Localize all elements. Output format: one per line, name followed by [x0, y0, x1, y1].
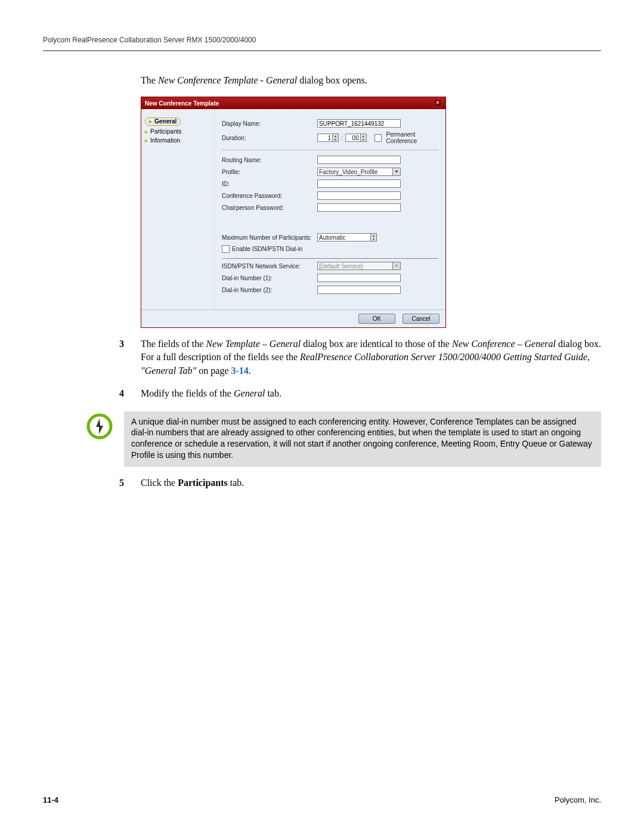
footer-company: Polycom, Inc. — [555, 795, 601, 804]
running-header: Polycom RealPresence Collaboration Serve… — [43, 36, 601, 51]
new-conference-template-dialog: New Conference Template × ▸General ▸Part… — [141, 97, 446, 328]
label-duration: Duration: — [222, 135, 317, 141]
conference-password-input[interactable] — [317, 191, 401, 200]
ok-button[interactable]: OK — [358, 314, 395, 324]
step-3: 3 The fields of the New Template – Gener… — [119, 337, 601, 377]
dialog-form: Display Name: Duration: 1▲▼ : 00▲▼ Perma… — [215, 109, 445, 309]
label-conf-password: Conference Password: — [222, 193, 317, 199]
label-permanent: Permanent Conference — [386, 131, 438, 144]
page-ref-link[interactable]: 3-14 — [231, 366, 249, 376]
note-row: A unique dial-in number must be assigned… — [86, 411, 601, 467]
label-dialin-1: Dial-in Number (1): — [222, 275, 317, 281]
label-dialin-2: Dial-in Number (2): — [222, 287, 317, 293]
dialin-2-input[interactable] — [317, 286, 401, 294]
sidebar-item-participants[interactable]: ▸Participants — [145, 127, 210, 136]
sidebar-item-information[interactable]: ▸Information — [145, 136, 210, 145]
label-profile: Profile: — [222, 169, 317, 175]
label-display-name: Display Name: — [222, 120, 317, 127]
duration-minutes-stepper[interactable]: 00▲▼ — [345, 134, 367, 142]
dialog-sidebar: ▸General ▸Participants ▸Information — [141, 109, 215, 309]
isdn-service-select: [Default Service]▼ — [317, 262, 401, 270]
duration-hours-stepper[interactable]: 1▲▼ — [317, 134, 339, 142]
sidebar-item-general[interactable]: ▸General — [145, 116, 210, 127]
step-4: 4 Modify the fields of the General tab. — [119, 387, 601, 400]
max-participants-stepper[interactable]: Automatic▲▼ — [317, 233, 377, 241]
note-box: A unique dial-in number must be assigned… — [124, 411, 601, 467]
page-number: 11-4 — [43, 795, 58, 804]
close-icon[interactable]: × — [434, 99, 442, 107]
dialog-titlebar: New Conference Template × — [141, 97, 445, 109]
label-routing-name: Routing Name: — [222, 157, 317, 163]
label-chair-password: Chairperson Password: — [222, 205, 317, 211]
routing-name-input[interactable] — [317, 156, 401, 164]
note-icon — [86, 413, 113, 440]
dialog-screenshot: New Conference Template × ▸General ▸Part… — [141, 97, 445, 328]
label-id: ID: — [222, 181, 317, 187]
label-enable-isdn: Enable ISDN/PSTN Dial-in — [232, 246, 302, 252]
dialin-1-input[interactable] — [317, 274, 401, 282]
dialog-title: New Conference Template — [145, 100, 219, 107]
profile-select[interactable]: Factory_Video_Profile▼ — [317, 168, 401, 176]
permanent-conference-checkbox[interactable] — [374, 134, 381, 142]
dialog-footer: OK Cancel — [141, 309, 445, 327]
step-5: 5 Click the Participants tab. — [119, 476, 601, 490]
page: Polycom RealPresence Collaboration Serve… — [0, 0, 644, 833]
label-isdn-service: ISDN/PSTN Network Service: — [222, 263, 317, 270]
intro-line: The New Conference Template - General di… — [141, 75, 601, 86]
enable-isdn-checkbox[interactable] — [222, 245, 230, 253]
cancel-button[interactable]: Cancel — [402, 314, 439, 324]
page-footer: 11-4 Polycom, Inc. — [43, 795, 601, 804]
label-max-participants: Maximum Number of Participants: — [222, 234, 317, 241]
display-name-input[interactable] — [317, 119, 401, 128]
chairperson-password-input[interactable] — [317, 203, 401, 212]
id-input[interactable] — [317, 179, 401, 188]
